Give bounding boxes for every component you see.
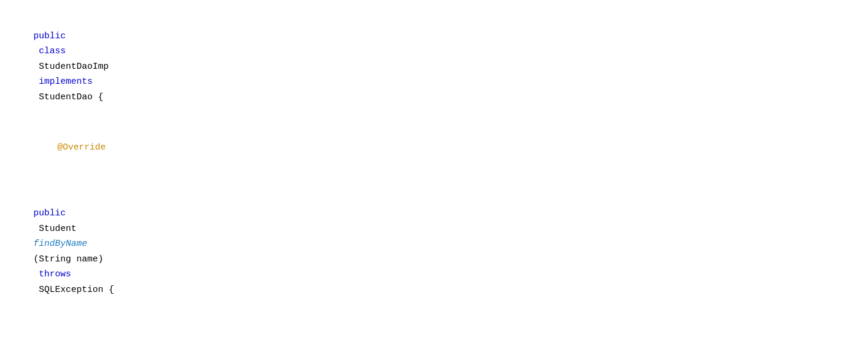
method-name-1: findByName <box>33 239 87 249</box>
keyword-throws-1: throws <box>33 269 71 279</box>
keyword-class: class <box>33 46 66 56</box>
block1: @Override <box>0 123 868 173</box>
keyword-public: public <box>33 31 66 41</box>
annotation-override-1: @Override <box>57 142 106 153</box>
code-container: public class StudentDaoImp implements St… <box>0 6 868 338</box>
keyword-public-1: public <box>33 208 66 218</box>
method-params-1: (String name) <box>33 254 103 264</box>
class-declaration: public class StudentDaoImp implements St… <box>0 11 868 123</box>
sql-line-1: String sql = "select name,age,sal,birthd… <box>0 315 868 339</box>
keyword-implements: implements <box>33 77 93 87</box>
class-name: StudentDaoImp <box>33 62 109 72</box>
exception-1: SQLException { <box>33 285 114 295</box>
return-type-1: Student <box>33 224 82 234</box>
method-sig-1: public Student findByName (String name) … <box>0 173 868 315</box>
interface-name: StudentDao { <box>33 92 103 102</box>
